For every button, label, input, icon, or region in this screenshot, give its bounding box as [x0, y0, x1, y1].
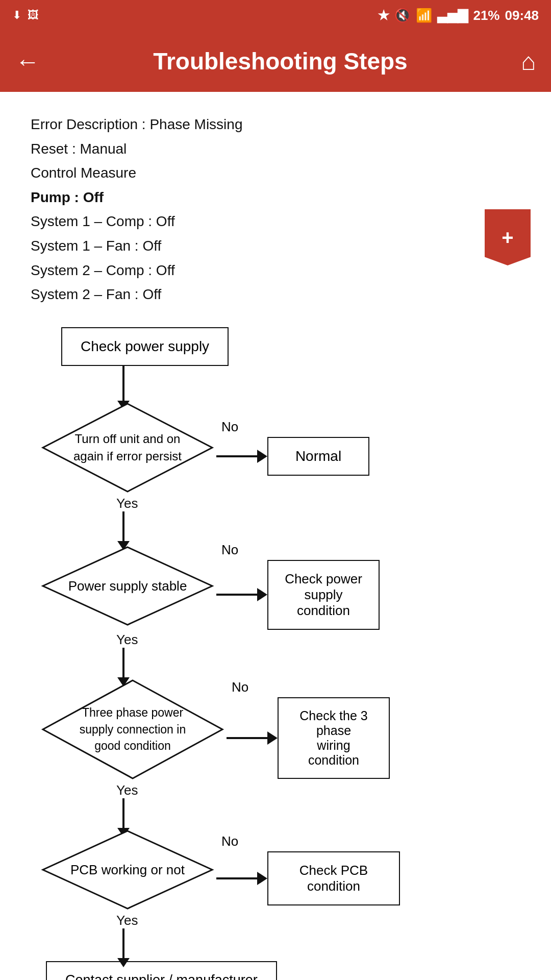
diamond3-no-label: No — [232, 679, 248, 695]
diamond1-no-branch: Normal — [216, 437, 369, 476]
diamond3-text: Three phase power supply connection in g… — [41, 704, 224, 754]
mute-icon: 🔇 — [394, 8, 411, 23]
battery-text: 21% — [473, 8, 499, 23]
main-content: + Error Description : Phase Missing Rese… — [0, 92, 551, 980]
diamond4: PCB working or not — [41, 829, 214, 911]
download-icon: ⬇ — [12, 9, 21, 22]
page-title: Troubleshooting Steps — [40, 47, 521, 75]
diamond2-text: Power supply stable — [43, 577, 213, 595]
diamond3-yes-label: Yes — [116, 782, 138, 798]
start-box: Check power supply — [61, 327, 229, 366]
error-description: Error Description : Phase Missing — [31, 112, 520, 137]
system2-comp: System 2 – Comp : Off — [31, 258, 520, 283]
back-button[interactable]: ← — [15, 47, 40, 76]
bookmark-button[interactable]: + — [485, 209, 531, 265]
status-bar-left: ⬇ 🖼 — [12, 9, 39, 22]
diamond1-row: Turn off unit and on again if error pers… — [41, 402, 369, 494]
bluetooth-icon: ★ — [378, 8, 389, 23]
system2-fan: System 2 – Fan : Off — [31, 282, 520, 307]
check-pcb-box: Check PCB condition — [267, 851, 400, 905]
end-box: Contact supplier / manufacturer — [46, 961, 277, 980]
diamond2-no-branch: Check power supply condition — [216, 560, 380, 630]
diamond1: Turn off unit and on again if error pers… — [41, 402, 214, 494]
wifi-icon: 📶 — [416, 8, 432, 23]
diamond4-no-branch: Check PCB condition — [216, 851, 400, 905]
pump-info: Pump : Off — [31, 185, 520, 210]
diamond1-no-label: No — [221, 419, 238, 435]
diamond4-text: PCB working or not — [45, 861, 210, 879]
time-text: 09:48 — [505, 8, 539, 23]
check-3phase-box: Check the 3 phase wiring condition — [278, 697, 390, 779]
status-bar: ⬇ 🖼 ★ 🔇 📶 ▃▅▇ 21% 09:48 — [0, 0, 551, 31]
check-power-supply-box: Check power supply condition — [267, 560, 380, 630]
diamond4-row: PCB working or not No Check PCB conditio… — [41, 829, 400, 911]
reset-info: Reset : Manual — [31, 137, 520, 161]
system1-comp: System 1 – Comp : Off — [31, 209, 520, 234]
system1-fan: System 1 – Fan : Off — [31, 234, 520, 258]
image-icon: 🖼 — [28, 9, 39, 22]
diamond4-no-label: No — [221, 834, 238, 849]
flowchart: Check power supply Turn off unit and on … — [31, 327, 520, 980]
diamond2-row: Power supply stable No Check power suppl… — [41, 542, 380, 630]
diamond1-text: Turn off unit and on again if error pers… — [41, 430, 214, 464]
diamond1-yes-label: Yes — [116, 496, 138, 511]
bookmark-plus-icon: + — [502, 226, 513, 249]
normal-box: Normal — [267, 437, 369, 476]
status-bar-right: ★ 🔇 📶 ▃▅▇ 21% 09:48 — [378, 8, 539, 23]
home-button[interactable]: ⌂ — [521, 47, 536, 76]
diamond3: Three phase power supply connection in g… — [41, 678, 224, 780]
diamond2: Power supply stable — [41, 545, 214, 627]
diamond3-no-branch: Check the 3 phase wiring condition — [227, 697, 390, 779]
error-info: Error Description : Phase Missing Reset … — [31, 112, 520, 307]
diamond2-yes-label: Yes — [116, 632, 138, 648]
diamond4-yes-label: Yes — [116, 913, 138, 928]
signal-icon: ▃▅▇ — [437, 8, 468, 23]
diamond2-no-label: No — [221, 542, 238, 558]
app-header: ← Troubleshooting Steps ⌂ — [0, 31, 551, 92]
control-measure: Control Measure — [31, 161, 520, 185]
diamond3-row: Three phase power supply connection in g… — [41, 678, 390, 780]
